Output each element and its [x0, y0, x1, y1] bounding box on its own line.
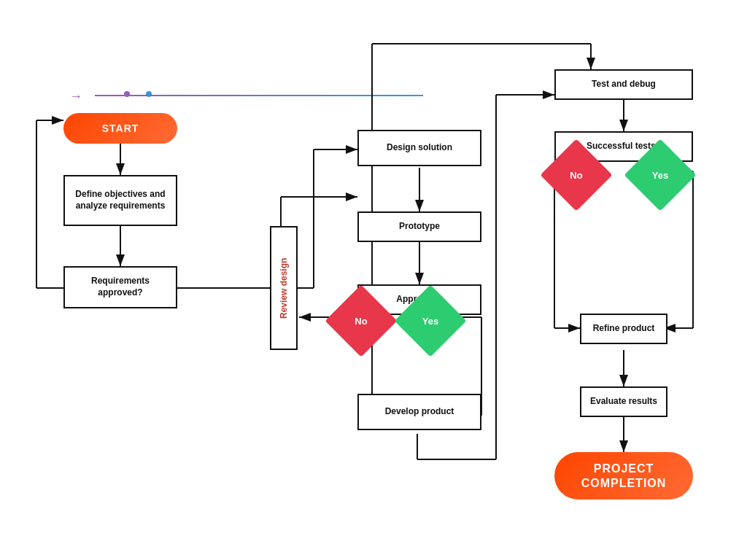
- deco-line: [95, 95, 423, 96]
- project-completion-node: PROJECT COMPLETION: [554, 452, 693, 499]
- prototype-node: Prototype: [357, 211, 481, 242]
- flowchart: →: [0, 0, 747, 560]
- deco-arrow-icon: →: [69, 89, 82, 104]
- tests-yes-diamond: Yes: [635, 149, 686, 201]
- evaluate-results-node: Evaluate results: [580, 386, 667, 417]
- test-debug-node: Test and debug: [554, 69, 693, 100]
- refine-product-node: Refine product: [580, 314, 667, 344]
- design-solution-node: Design solution: [357, 130, 481, 166]
- start-node: START: [63, 113, 177, 144]
- approved-yes-diamond: Yes: [405, 295, 456, 346]
- requirements-approved-node: Requirements approved?: [63, 266, 177, 308]
- define-objectives-node: Define objectives and analyze requiremen…: [63, 175, 177, 226]
- approved-no-diamond: No: [336, 295, 387, 346]
- review-design-node: Review design: [270, 226, 298, 350]
- develop-product-node: Develop product: [357, 394, 481, 430]
- tests-no-diamond: No: [551, 149, 602, 201]
